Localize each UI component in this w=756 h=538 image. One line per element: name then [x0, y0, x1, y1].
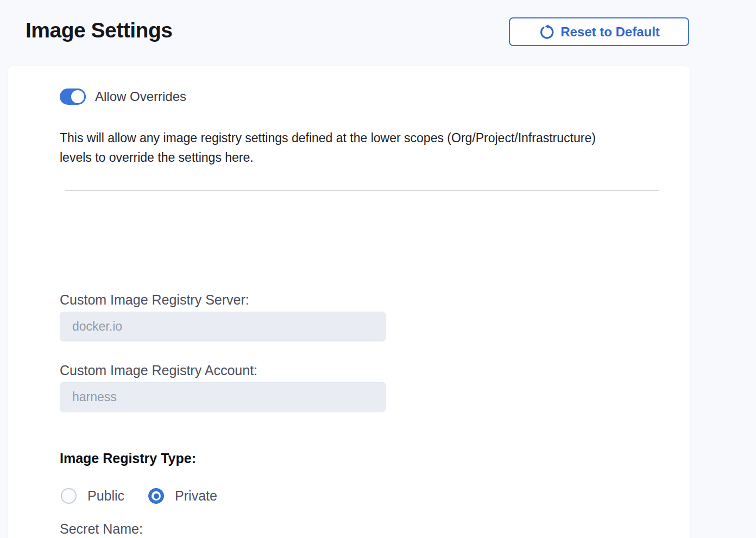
radio-label-private: Private [175, 488, 217, 504]
registry-server-label: Custom Image Registry Server: [60, 292, 249, 308]
overrides-description: This will allow any image registry setti… [60, 128, 679, 167]
reset-counterclockwise-arrow-icon [538, 24, 555, 40]
allow-overrides-label: Allow Overrides [95, 89, 186, 104]
registry-account-input [60, 382, 386, 412]
overrides-description-line2: levels to override the settings here. [60, 150, 254, 164]
radio-option-private[interactable]: Private [148, 488, 217, 504]
reset-to-default-button[interactable]: Reset to Default [509, 17, 689, 46]
allow-overrides-toggle[interactable] [60, 88, 86, 105]
toggle-knob [71, 90, 84, 103]
radio-label-public: Public [87, 488, 124, 504]
radio-circle-public [61, 488, 77, 504]
secret-name-label: Secret Name: [60, 521, 143, 537]
registry-server-input [60, 312, 386, 341]
allow-overrides-row: Allow Overrides [60, 88, 186, 105]
overrides-description-line1: This will allow any image registry setti… [60, 131, 596, 145]
radio-option-public[interactable]: Public [61, 488, 124, 504]
page-title: Image Settings [26, 18, 172, 42]
reset-button-label: Reset to Default [560, 24, 660, 40]
section-divider [65, 190, 659, 191]
image-settings-card: Allow Overrides This will allow any imag… [8, 66, 690, 538]
registry-type-radio-group: Public Private [61, 488, 217, 504]
registry-account-label: Custom Image Registry Account: [60, 363, 257, 378]
registry-type-label: Image Registry Type: [60, 451, 196, 466]
radio-circle-private [148, 488, 164, 504]
